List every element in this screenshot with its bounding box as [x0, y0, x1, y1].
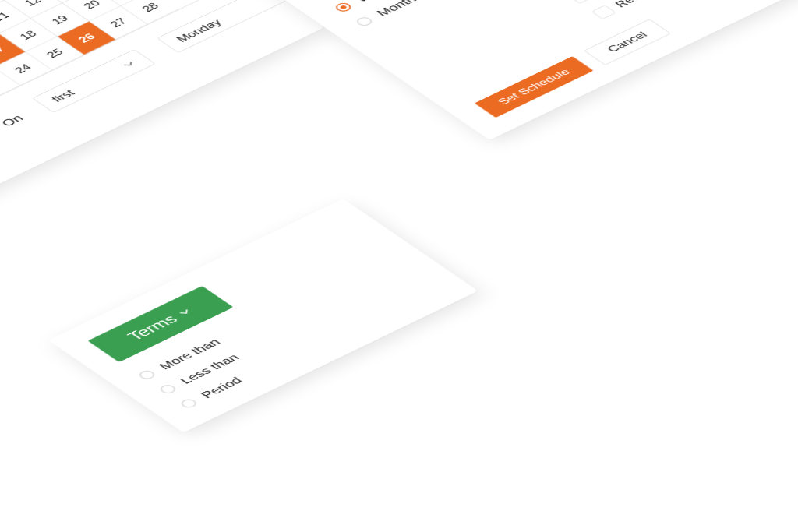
cancel-button[interactable]: Cancel [584, 19, 671, 65]
ordinal-value: first [48, 88, 77, 104]
btn-label: Cancel [604, 30, 650, 54]
radio-on[interactable]: On [0, 112, 26, 139]
radio-dot [178, 397, 200, 409]
panel-terms: Terms More than Less than Period [48, 199, 478, 433]
checkbox-box [591, 5, 616, 19]
btn-label: Terms [123, 312, 182, 344]
radio-label: Monthly [373, 0, 429, 19]
radio-less-than[interactable]: Less than [156, 268, 418, 396]
radio-dot [136, 369, 157, 381]
panel-frequency-a: ces Weekly Monthly 27/05/2020 [0, 0, 324, 240]
radio-dot [354, 16, 375, 27]
weekday-value: Monday [173, 17, 224, 44]
radio-dot [333, 2, 354, 13]
radio-monthly[interactable]: Monthly [352, 0, 478, 29]
chevron-down-icon [175, 307, 194, 318]
chevron-down-icon [120, 58, 139, 69]
schedule-radios: One-Time Daily Weekly Monthly [290, 0, 569, 90]
radio-label: On [0, 112, 26, 129]
btn-label: Set Schedule [495, 67, 574, 107]
radio-dot [157, 383, 178, 395]
recur-select[interactable]: Recure every 1 week [559, 0, 798, 4]
